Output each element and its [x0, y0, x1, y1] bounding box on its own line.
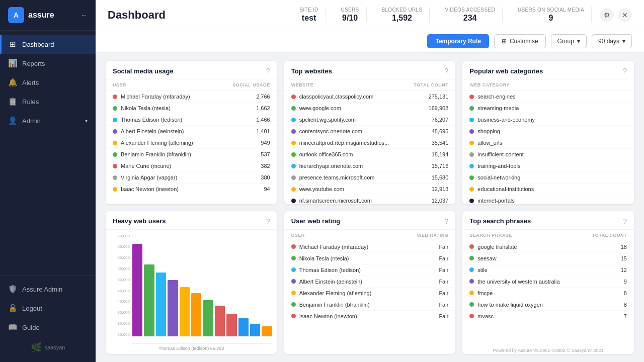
stat-value: 1,592 [382, 14, 423, 23]
table-row: Marie Curie (mcurie) 382 [106, 160, 277, 172]
table-row: presence.teams.microsoft.com 15,680 [284, 172, 456, 184]
site-dot [291, 199, 296, 203]
col-social: SOCIAL USAGE [216, 79, 277, 91]
col-count: TOTAL COUNT [579, 230, 634, 241]
help-icon[interactable]: ? [445, 67, 449, 75]
user-dot [113, 129, 117, 134]
user-dot [113, 141, 117, 145]
user-cell: www.google.com [291, 105, 396, 111]
phrase-cell: seesaw [469, 255, 572, 261]
user-cell: Alexander Fleming (afleming) [113, 140, 209, 146]
table-row: stile 12 [462, 264, 634, 276]
header-icons: ⚙ ✕ [600, 8, 632, 22]
days-dropdown[interactable]: 90 days ▾ [592, 34, 632, 48]
user-cell: Isaac Newton (inewton) [113, 186, 209, 192]
table-row: Isaac Newton (inewton) Fair [284, 310, 456, 322]
group-dropdown[interactable]: Group ▾ [551, 34, 587, 48]
table-row: allow_urls [462, 137, 634, 149]
sidebar-item-guide[interactable]: 📖 Guide [0, 318, 96, 337]
user-cell: Michael Faraday (mfaraday) [113, 94, 209, 100]
card-header: Top websites ? [284, 61, 456, 79]
site-dot [291, 175, 296, 180]
category-dot [469, 118, 474, 122]
user-dot [291, 256, 296, 260]
bar [132, 244, 142, 336]
help-icon[interactable]: ? [445, 217, 449, 225]
category-cell: search-engines [469, 94, 627, 100]
customise-icon: ⊞ [502, 38, 507, 45]
phrase-dot [469, 256, 474, 260]
col-user: USER [106, 79, 216, 91]
table-row: spclient.wg.spotify.com 76,207 [284, 114, 456, 126]
table-row: Benjamin Franklin (bfranklin) 537 [106, 149, 277, 160]
social-media-table: USER SOCIAL USAGE Michael Faraday (mfara… [106, 79, 277, 204]
rules-icon: 📋 [8, 97, 17, 106]
sidebar-item-label: Admin [22, 117, 41, 125]
bar-wrap [203, 234, 213, 337]
sidebar-item-dashboard[interactable]: ⊞ Dashboard [0, 35, 96, 54]
help-icon[interactable]: ? [266, 217, 270, 225]
sidebar-item-assure-admin[interactable]: 🛡️ Assure Admin [0, 280, 96, 299]
settings-icon-button[interactable]: ⚙ [600, 8, 614, 22]
table-row: nf.smartscreen.microsoft.com 12,037 [284, 195, 456, 204]
customise-button[interactable]: ⊞ Customise [494, 34, 546, 48]
table-row: Alexander Fleming (afleming) 949 [106, 137, 277, 149]
col-user: USER [284, 230, 400, 241]
bar [156, 273, 166, 336]
bar [226, 314, 236, 336]
sidebar-item-label: Dashboard [22, 41, 54, 48]
chevron-down-icon: ▾ [577, 38, 580, 45]
admin-icon: 👤 [8, 116, 17, 125]
shield-icon: 🛡️ [8, 285, 17, 294]
category-cell: training-and-tools [469, 163, 627, 169]
sidebar-logo: A assure ← [0, 0, 96, 31]
user-cell: hierarchyapi.onenote.com [291, 163, 396, 169]
table-row: the university of western australia 9 [462, 276, 634, 287]
user-cell: Albert Einstein (aeinstein) [291, 279, 393, 285]
category-dot [469, 95, 474, 99]
help-icon[interactable]: ? [623, 217, 627, 225]
user-dot [113, 187, 117, 192]
category-cell: shopping [469, 128, 627, 134]
bar-wrap [238, 234, 249, 337]
user-cell: www.youtube.com [291, 186, 396, 192]
category-dot [469, 164, 474, 168]
stat-label: Users on Social Media [518, 7, 584, 13]
site-dot [291, 106, 296, 111]
chevron-down-icon: ▾ [85, 118, 88, 124]
table-row: seesaw 15 [462, 252, 634, 264]
chart-footer: Thomas Edison (tedison) 66,793 [106, 344, 277, 354]
close-icon-button[interactable]: ✕ [618, 8, 632, 22]
bar-wrap [132, 234, 142, 337]
sidebar-item-reports[interactable]: 📊 Reports [0, 54, 96, 73]
logo-text: assure [28, 11, 54, 20]
top-websites-card: Top websites ? WEBSITE TOTAL COUNT class… [284, 61, 456, 204]
table-row: Nikola Tesla (ntesla) 1,662 [106, 103, 277, 114]
bar-wrap [191, 234, 201, 337]
bar-wrap [168, 234, 178, 337]
web-categories-table: WEB CATEGORY search-engines streaming-me… [462, 79, 634, 204]
help-icon[interactable]: ? [623, 67, 627, 75]
top-search-table: SEARCH PHRASE TOTAL COUNT google transla… [462, 230, 634, 347]
user-dot [291, 291, 296, 295]
category-cell: internet-portals [469, 198, 627, 204]
stat-label: Site ID [299, 7, 318, 13]
sidebar-item-rules[interactable]: 📋 Rules [0, 92, 96, 111]
temporary-rule-button[interactable]: Temporary Rule [427, 34, 489, 48]
top-websites-table: WEBSITE TOTAL COUNT classpolicyaut.class… [284, 79, 456, 204]
category-cell: educational-institutions [469, 186, 627, 192]
site-dot [291, 118, 296, 122]
phrase-dot [469, 267, 474, 272]
sidebar-item-alerts[interactable]: 🔔 Alerts [0, 73, 96, 92]
sidebar-item-admin[interactable]: 👤 Admin ▾ [0, 111, 96, 130]
sidebar-item-logout[interactable]: 🔓 Logout [0, 299, 96, 318]
user-dot [291, 302, 296, 307]
sidebar-collapse-button[interactable]: ← [80, 11, 88, 19]
help-icon[interactable]: ? [266, 67, 270, 75]
user-dot [113, 164, 117, 168]
category-dot [469, 199, 474, 203]
phrase-dot [469, 291, 474, 295]
user-cell: Marie Curie (mcurie) [113, 163, 209, 169]
dashboard-icon: ⊞ [8, 40, 17, 49]
table-row: Nikola Tesla (ntesla) Fair [284, 252, 456, 264]
